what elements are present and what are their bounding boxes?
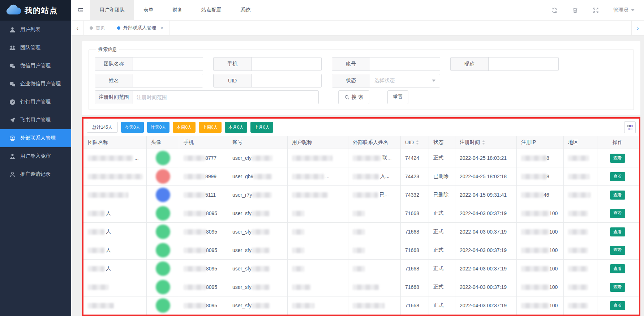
sidebar-item[interactable]: 微信用户管理: [0, 57, 71, 75]
view-button[interactable]: 查看: [610, 264, 625, 273]
collapse-menu-icon[interactable]: [71, 0, 90, 20]
column-settings-icon: [627, 124, 633, 131]
nickname-cell: [288, 204, 348, 222]
avatar: [156, 206, 170, 221]
action-cell: 查看: [597, 223, 638, 241]
view-button[interactable]: 查看: [610, 154, 625, 163]
register-time-range-input[interactable]: [133, 91, 318, 104]
search-button[interactable]: 搜 索: [338, 90, 369, 104]
redacted-blur: [292, 174, 324, 179]
team-name-cell: 人: [83, 260, 147, 278]
search-field: 姓名: [95, 74, 203, 87]
search-field: 昵称: [450, 57, 559, 71]
view-button[interactable]: 查看: [610, 172, 625, 181]
fullscreen-icon[interactable]: [593, 7, 599, 13]
field-input[interactable]: [133, 74, 203, 87]
refresh-icon[interactable]: [551, 7, 558, 13]
nav-item[interactable]: 表单: [134, 0, 163, 20]
field-input[interactable]: [370, 57, 440, 71]
register-time-cell: 2022-04-25 18:03:21: [455, 149, 517, 167]
header-actions: 管理员: [551, 0, 644, 20]
sidebar-item-label: 微信用户管理: [20, 63, 51, 69]
nav-item[interactable]: 站点配置: [192, 0, 231, 20]
sort-icon[interactable]: [416, 140, 419, 145]
table-row: 8999 user_gb9 ... 入... 74423 已删除 2022-04…: [83, 167, 639, 186]
search-legend: 搜索信息: [96, 46, 119, 53]
field-input[interactable]: [252, 74, 321, 87]
table-row: 5111 user_r7y 已... 74332 已删除 2022-04-15 …: [83, 186, 639, 204]
trash-icon[interactable]: [572, 7, 578, 13]
sidebar-item[interactable]: 钉钉用户管理: [0, 93, 71, 111]
register-time-range-field: 注册时间范围: [95, 90, 319, 104]
phone-cell: 8095: [179, 296, 228, 315]
register-time-range-label: 注册时间范围: [95, 91, 133, 104]
view-button[interactable]: 查看: [610, 246, 625, 255]
column-header[interactable]: UID: [401, 136, 429, 149]
admin-dropdown[interactable]: 管理员: [613, 7, 635, 13]
column-header: 手机: [179, 136, 228, 149]
reset-button[interactable]: 重置: [387, 90, 408, 104]
field-label: 姓名: [95, 74, 133, 87]
sidebar-item[interactable]: 用户列表: [0, 21, 71, 39]
sidebar-item[interactable]: 飞书用户管理: [0, 111, 71, 129]
avatar-cell: [147, 204, 179, 222]
nav-item[interactable]: 系统: [231, 0, 260, 20]
tab-close-icon[interactable]: ×: [160, 25, 163, 31]
region-cell: [564, 296, 597, 315]
avatar: [156, 225, 170, 239]
team-name-cell: 人: [83, 204, 147, 222]
stat-badge[interactable]: 本周0人: [173, 122, 196, 133]
column-header[interactable]: 注册时间: [455, 136, 517, 149]
wechat-icon: [9, 63, 16, 69]
tabs-scroll-right-icon[interactable]: ›: [631, 21, 644, 35]
redacted-blur: [353, 248, 365, 253]
status-cell: 正式: [429, 223, 455, 241]
view-button[interactable]: 查看: [610, 191, 625, 200]
stat-badge[interactable]: 上周0人: [199, 122, 222, 133]
stat-badge[interactable]: 总计145人: [87, 122, 118, 133]
page-tab[interactable]: 首页: [84, 21, 111, 35]
redacted-blur: [568, 192, 591, 198]
top-header: 我的站点 用户和团队表单财务站点配置系统: [0, 0, 644, 21]
page-tab[interactable]: 外部联系人管理 ×: [111, 21, 169, 35]
field-input[interactable]: [489, 57, 558, 71]
tab-label: 外部联系人管理: [123, 25, 156, 31]
redacted-blur: [521, 248, 549, 253]
register-ip-cell: 100: [517, 296, 564, 315]
sidebar-item[interactable]: 用户导入免审: [0, 147, 71, 165]
view-button[interactable]: 查看: [610, 227, 625, 236]
status-select[interactable]: 选择状态: [370, 74, 440, 87]
sort-icon[interactable]: [482, 140, 485, 145]
stat-badges: 总计145人今天0人昨天0人本周0人上周0人本月0人上月0人: [87, 122, 273, 133]
tabs-scroll-left-icon[interactable]: ‹: [71, 21, 84, 35]
field-input[interactable]: [133, 57, 203, 71]
nav-item[interactable]: 用户和团队: [90, 0, 134, 20]
chevron-down-icon: [432, 80, 435, 82]
column-settings-button[interactable]: [624, 121, 636, 133]
view-button[interactable]: 查看: [610, 301, 625, 310]
team-name-cell: 人: [83, 223, 147, 241]
redacted-blur: [521, 211, 549, 216]
redacted-blur: [253, 174, 272, 179]
stat-badge[interactable]: 今天0人: [121, 122, 144, 133]
search-row-1: 团队名称 手机 账号 昵称: [95, 57, 630, 71]
stat-badge[interactable]: 昨天0人: [147, 122, 170, 133]
stat-badge[interactable]: 本月0人: [225, 122, 248, 133]
stat-badge[interactable]: 上月0人: [250, 122, 273, 133]
view-button[interactable]: 查看: [610, 283, 625, 292]
register-ip-cell: 100: [517, 223, 564, 241]
redacted-blur: [252, 155, 272, 161]
field-input[interactable]: [252, 57, 321, 71]
sidebar-item[interactable]: 外部联系人管理: [0, 129, 71, 147]
sidebar-item[interactable]: 企业微信用户管理: [0, 75, 71, 93]
sidebar-item[interactable]: 团队管理: [0, 39, 71, 57]
register-ip-cell: 8: [517, 167, 564, 185]
search-icon: [344, 95, 349, 100]
search-field: UID: [213, 74, 322, 87]
view-button[interactable]: 查看: [610, 209, 625, 218]
stats-toolbar: 总计145人今天0人昨天0人本周0人上周0人本月0人上月0人: [83, 119, 639, 136]
nav-item[interactable]: 财务: [163, 0, 192, 20]
redacted-blur: [521, 229, 549, 235]
sidebar-item[interactable]: 推广邀请记录: [0, 165, 71, 183]
redacted-blur: [88, 248, 104, 253]
